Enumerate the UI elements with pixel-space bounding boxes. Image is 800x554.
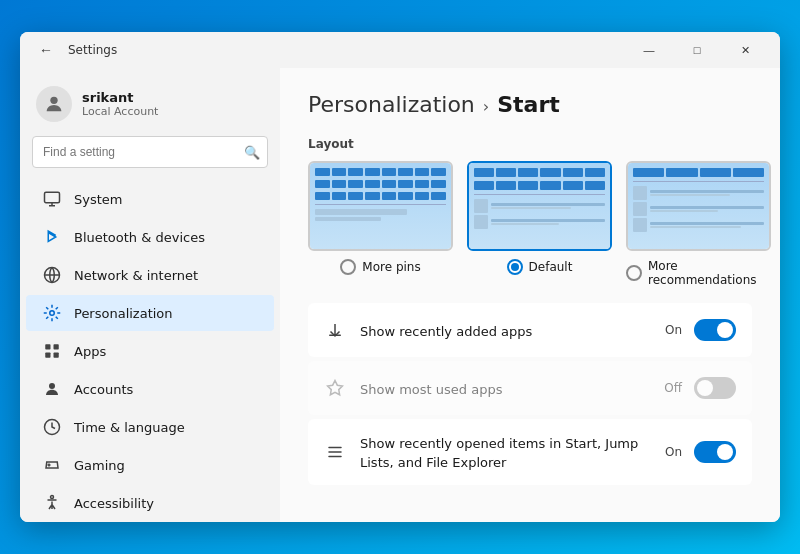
recently-added-toggle-wrap: On bbox=[665, 319, 736, 341]
svg-rect-4 bbox=[45, 344, 50, 349]
radio-more-rec-label: More recommendations bbox=[648, 259, 771, 287]
toggle-thumb-3 bbox=[717, 444, 733, 460]
sidebar-item-personalization[interactable]: Personalization bbox=[26, 295, 274, 331]
toggle-thumb bbox=[717, 322, 733, 338]
layout-option-default[interactable]: Default bbox=[467, 161, 612, 287]
layout-preview-more-rec bbox=[626, 161, 771, 251]
sidebar-label-bluetooth: Bluetooth & devices bbox=[74, 230, 205, 245]
gaming-icon bbox=[42, 455, 62, 475]
most-used-toggle-label: Off bbox=[664, 381, 682, 395]
svg-marker-12 bbox=[328, 381, 343, 395]
personalization-icon bbox=[42, 303, 62, 323]
recently-opened-toggle[interactable] bbox=[694, 441, 736, 463]
desktop: ← Settings — □ ✕ bbox=[0, 0, 800, 554]
most-used-toggle-wrap: Off bbox=[664, 377, 736, 399]
sidebar-item-accessibility[interactable]: Accessibility bbox=[26, 485, 274, 521]
title-bar-left: ← Settings bbox=[32, 36, 626, 64]
svg-rect-13 bbox=[328, 447, 342, 449]
sidebar-item-time[interactable]: Time & language bbox=[26, 409, 274, 445]
sidebar-item-bluetooth[interactable]: Bluetooth & devices bbox=[26, 219, 274, 255]
sidebar-label-gaming: Gaming bbox=[74, 458, 125, 473]
sidebar-item-network[interactable]: Network & internet bbox=[26, 257, 274, 293]
svg-rect-15 bbox=[328, 456, 342, 458]
time-icon bbox=[42, 417, 62, 437]
most-used-icon bbox=[324, 377, 346, 399]
bluetooth-icon bbox=[42, 227, 62, 247]
system-icon bbox=[42, 189, 62, 209]
recently-added-toggle-label: On bbox=[665, 323, 682, 337]
recently-added-icon bbox=[324, 319, 346, 341]
page-chevron: › bbox=[483, 97, 489, 116]
sidebar-item-apps[interactable]: Apps bbox=[26, 333, 274, 369]
recently-opened-title: Show recently opened items in Start, Jum… bbox=[360, 436, 638, 470]
close-button[interactable]: ✕ bbox=[722, 34, 768, 66]
most-used-text: Show most used apps bbox=[360, 379, 650, 398]
svg-rect-5 bbox=[54, 344, 59, 349]
avatar bbox=[36, 86, 72, 122]
accounts-icon bbox=[42, 379, 62, 399]
most-used-toggle[interactable] bbox=[694, 377, 736, 399]
svg-rect-6 bbox=[45, 353, 50, 358]
recently-opened-toggle-label: On bbox=[665, 445, 682, 459]
main-content: Personalization › Start Layout bbox=[280, 68, 780, 522]
svg-point-0 bbox=[50, 97, 57, 104]
svg-rect-11 bbox=[329, 335, 341, 337]
back-button[interactable]: ← bbox=[32, 36, 60, 64]
layout-preview-default bbox=[467, 161, 612, 251]
sidebar-label-system: System bbox=[74, 192, 122, 207]
search-box: 🔍 bbox=[32, 136, 268, 168]
network-icon bbox=[42, 265, 62, 285]
page-current: Start bbox=[497, 92, 560, 117]
recently-added-text: Show recently added apps bbox=[360, 321, 651, 340]
sidebar-label-accounts: Accounts bbox=[74, 382, 133, 397]
sidebar: srikant Local Account 🔍 System bbox=[20, 68, 280, 522]
settings-list: Show recently added apps On bbox=[308, 303, 752, 485]
radio-default[interactable]: Default bbox=[507, 259, 573, 275]
recently-added-toggle[interactable] bbox=[694, 319, 736, 341]
svg-point-3 bbox=[50, 311, 55, 316]
settings-row-recently-opened: Show recently opened items in Start, Jum… bbox=[308, 419, 752, 485]
sidebar-label-time: Time & language bbox=[74, 420, 185, 435]
radio-more-pins[interactable]: More pins bbox=[340, 259, 420, 275]
recently-opened-icon bbox=[324, 441, 346, 463]
user-name: srikant bbox=[82, 90, 158, 105]
minimize-button[interactable]: — bbox=[626, 34, 672, 66]
sidebar-label-network: Network & internet bbox=[74, 268, 198, 283]
svg-rect-7 bbox=[54, 353, 59, 358]
recently-opened-text: Show recently opened items in Start, Jum… bbox=[360, 433, 651, 471]
search-icon: 🔍 bbox=[244, 145, 260, 160]
svg-point-8 bbox=[49, 383, 55, 389]
sidebar-item-system[interactable]: System bbox=[26, 181, 274, 217]
radio-more-pins-label: More pins bbox=[362, 260, 420, 274]
radio-default-circle[interactable] bbox=[507, 259, 523, 275]
maximize-button[interactable]: □ bbox=[674, 34, 720, 66]
window-title: Settings bbox=[68, 43, 117, 57]
accessibility-icon bbox=[42, 493, 62, 513]
toggle-thumb-2 bbox=[697, 380, 713, 396]
radio-more-rec-circle[interactable] bbox=[626, 265, 642, 281]
apps-icon bbox=[42, 341, 62, 361]
radio-default-label: Default bbox=[529, 260, 573, 274]
sidebar-label-accessibility: Accessibility bbox=[74, 496, 154, 511]
user-type: Local Account bbox=[82, 105, 158, 118]
window-body: srikant Local Account 🔍 System bbox=[20, 68, 780, 522]
user-info: srikant Local Account bbox=[82, 90, 158, 118]
layout-option-more-pins[interactable]: More pins bbox=[308, 161, 453, 287]
svg-rect-14 bbox=[328, 451, 342, 453]
sidebar-item-gaming[interactable]: Gaming bbox=[26, 447, 274, 483]
search-input[interactable] bbox=[32, 136, 268, 168]
svg-point-10 bbox=[51, 496, 54, 499]
layout-options: More pins bbox=[308, 161, 752, 287]
sidebar-label-personalization: Personalization bbox=[74, 306, 173, 321]
svg-rect-1 bbox=[45, 192, 60, 203]
page-header: Personalization › Start bbox=[308, 92, 752, 117]
user-section: srikant Local Account bbox=[20, 76, 280, 136]
page-parent: Personalization bbox=[308, 92, 475, 117]
settings-row-most-used: Show most used apps Off bbox=[308, 361, 752, 415]
radio-more-rec[interactable]: More recommendations bbox=[626, 259, 771, 287]
settings-window: ← Settings — □ ✕ bbox=[20, 32, 780, 522]
layout-option-more-rec[interactable]: More recommendations bbox=[626, 161, 771, 287]
layout-label: Layout bbox=[308, 137, 752, 151]
radio-more-pins-circle[interactable] bbox=[340, 259, 356, 275]
sidebar-item-accounts[interactable]: Accounts bbox=[26, 371, 274, 407]
